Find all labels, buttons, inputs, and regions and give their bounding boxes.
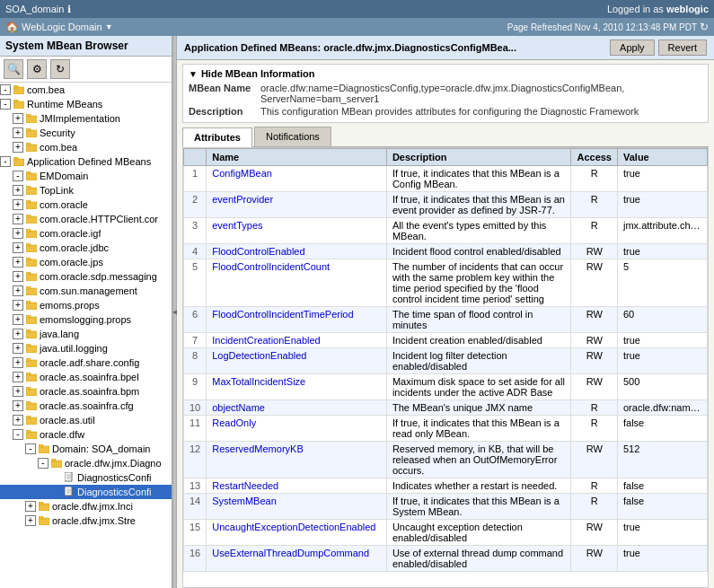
expand-icon[interactable]: + [13, 343, 23, 354]
attr-name[interactable]: ConfigMBean [207, 166, 387, 192]
collapse-icon[interactable]: - [0, 84, 11, 95]
expand-icon[interactable]: + [25, 501, 36, 512]
attr-link[interactable]: SystemMBean [212, 496, 277, 506]
attr-link[interactable]: FloodControlIncidentTimePeriod [212, 309, 353, 320]
weblogic-domain-button[interactable]: 🏠 WebLogic Domain ▼ [5, 21, 113, 33]
expand-icon[interactable]: + [13, 199, 23, 210]
tree-item-16[interactable]: +emoms.props [0, 298, 172, 312]
refresh-icon[interactable]: ↻ [700, 21, 709, 33]
expand-icon[interactable]: + [13, 185, 23, 196]
tree-item-7[interactable]: -EMDomain [0, 169, 172, 183]
attr-link[interactable]: MaxTotalIncidentSize [212, 376, 305, 387]
refresh-tree-icon[interactable]: ↻ [50, 59, 70, 79]
tree-item-17[interactable]: +emomslogging.props [0, 312, 172, 327]
expand-icon[interactable]: + [13, 242, 23, 253]
collapse-icon[interactable]: - [13, 429, 23, 440]
attr-link[interactable]: ReadOnly [212, 417, 256, 428]
tree-item-26[interactable]: -Domain: SOA_domain [0, 442, 172, 456]
expand-icon[interactable]: + [13, 372, 23, 382]
expand-icon[interactable]: + [13, 415, 23, 426]
tree-item-20[interactable]: +oracle.adf.share.config [0, 355, 172, 370]
tab-notifications[interactable]: Notifications [254, 127, 331, 146]
tab-attributes[interactable]: Attributes [182, 127, 252, 147]
tree-item-21[interactable]: +oracle.as.soainfra.bpel [0, 370, 172, 384]
expand-icon[interactable]: + [13, 257, 23, 268]
expand-icon[interactable]: + [13, 113, 23, 124]
expand-icon[interactable]: + [13, 228, 23, 239]
expand-icon[interactable]: + [13, 127, 23, 138]
tree-item-25[interactable]: -oracle.dfw [0, 427, 172, 442]
tree-item-24[interactable]: +oracle.as.util [0, 413, 172, 427]
expand-icon[interactable]: + [13, 300, 23, 311]
attr-link[interactable]: FloodControlEnabled [212, 246, 304, 257]
tree-item-30[interactable]: +oracle.dfw.jmx.Inci [0, 499, 172, 513]
tree-item-2[interactable]: -Runtime MBeans [0, 97, 172, 111]
revert-button[interactable]: Revert [658, 39, 707, 56]
attr-name[interactable]: LogDetectionEnabled [207, 348, 387, 374]
attr-name[interactable]: MaxTotalIncidentSize [207, 374, 387, 400]
attr-name[interactable]: ReadOnly [207, 416, 387, 442]
attr-name[interactable]: UncaughtExceptionDetectionEnabled [207, 520, 387, 546]
tree-item-9[interactable]: +com.oracle [0, 197, 172, 212]
tree-item-13[interactable]: +com.oracle.jps [0, 255, 172, 269]
attr-name[interactable]: RestartNeeded [207, 478, 387, 494]
attr-link[interactable]: ReservedMemoryKB [212, 443, 303, 454]
tree-item-6[interactable]: -Application Defined MBeans [0, 154, 172, 169]
attr-link[interactable]: objectName [212, 402, 265, 413]
collapse-icon[interactable]: - [0, 99, 11, 110]
attr-link[interactable]: UseExternalThreadDumpCommand [212, 548, 369, 558]
tree-item-8[interactable]: +TopLink [0, 183, 172, 197]
tree-item-19[interactable]: +java.util.logging [0, 341, 172, 355]
mbean-info-toggle[interactable]: ▼ Hide MBean Information [189, 68, 702, 79]
collapse-icon[interactable]: - [38, 458, 48, 469]
expand-icon[interactable]: + [13, 214, 23, 224]
attr-name[interactable]: SystemMBean [207, 494, 387, 520]
expand-icon[interactable]: + [13, 285, 23, 296]
attr-link[interactable]: IncidentCreationEnabled [212, 335, 320, 346]
tree-item-4[interactable]: +Security [0, 126, 172, 140]
collapse-icon[interactable]: - [13, 171, 23, 181]
apply-button[interactable]: Apply [610, 39, 655, 56]
tree-item-22[interactable]: +oracle.as.soainfra.bpm [0, 384, 172, 399]
attr-name[interactable]: objectName [207, 400, 387, 416]
attr-name[interactable]: FloodControlEnabled [207, 244, 387, 259]
attributes-table-area[interactable]: Name Description Access Value 1ConfigMBe… [182, 147, 709, 588]
expand-icon[interactable]: + [13, 357, 23, 368]
attr-name[interactable]: eventProvider [207, 192, 387, 218]
attr-link[interactable]: UncaughtExceptionDetectionEnabled [212, 522, 375, 532]
tree-item-31[interactable]: +oracle.dfw.jmx.Stre [0, 513, 172, 528]
tree-item-12[interactable]: +com.oracle.jdbc [0, 241, 172, 255]
collapse-icon[interactable]: - [0, 156, 11, 167]
attr-name[interactable]: ReservedMemoryKB [207, 442, 387, 478]
tree-item-3[interactable]: +JMImplementation [0, 111, 172, 126]
collapse-icon[interactable]: - [25, 443, 36, 454]
expand-icon[interactable]: + [13, 386, 23, 397]
attr-name[interactable]: FloodControlIncidentCount [207, 259, 387, 307]
expand-icon[interactable]: + [13, 271, 23, 282]
filter-icon[interactable]: ⚙ [27, 59, 47, 79]
tree-item-10[interactable]: +com.oracle.HTTPClient.cor [0, 212, 172, 226]
tree-item-23[interactable]: +oracle.as.soainfra.cfg [0, 399, 172, 413]
info-icon[interactable]: ℹ [67, 4, 71, 15]
search-icon[interactable]: 🔍 [4, 59, 23, 79]
attr-link[interactable]: ConfigMBean [212, 168, 272, 179]
tree-item-29[interactable]: DiagnosticsConfi [0, 485, 172, 499]
tree-item-5[interactable]: +com.bea [0, 140, 172, 154]
tree-item-11[interactable]: +com.oracle.igf [0, 226, 172, 241]
expand-icon[interactable]: + [13, 314, 23, 325]
attr-link[interactable]: LogDetectionEnabled [212, 350, 306, 361]
attr-name[interactable]: IncidentCreationEnabled [207, 333, 387, 348]
tree-item-28[interactable]: DiagnosticsConfi [0, 470, 172, 485]
attr-name[interactable]: FloodControlIncidentTimePeriod [207, 307, 387, 333]
expand-icon[interactable]: + [13, 400, 23, 411]
tree-item-27[interactable]: -oracle.dfw.jmx.Diagno [0, 456, 172, 470]
sidebar-tree[interactable]: -com.bea-Runtime MBeans+JMImplementation… [0, 83, 172, 588]
tree-item-18[interactable]: +java.lang [0, 327, 172, 341]
tree-item-15[interactable]: +com.sun.management [0, 284, 172, 298]
tree-item-1[interactable]: -com.bea [0, 83, 172, 97]
attr-name[interactable]: eventTypes [207, 218, 387, 244]
attr-link[interactable]: RestartNeeded [212, 480, 278, 491]
attr-name[interactable]: UseExternalThreadDumpCommand [207, 546, 387, 572]
tree-item-14[interactable]: +com.oracle.sdp.messaging [0, 269, 172, 284]
attr-link[interactable]: FloodControlIncidentCount [212, 261, 330, 272]
